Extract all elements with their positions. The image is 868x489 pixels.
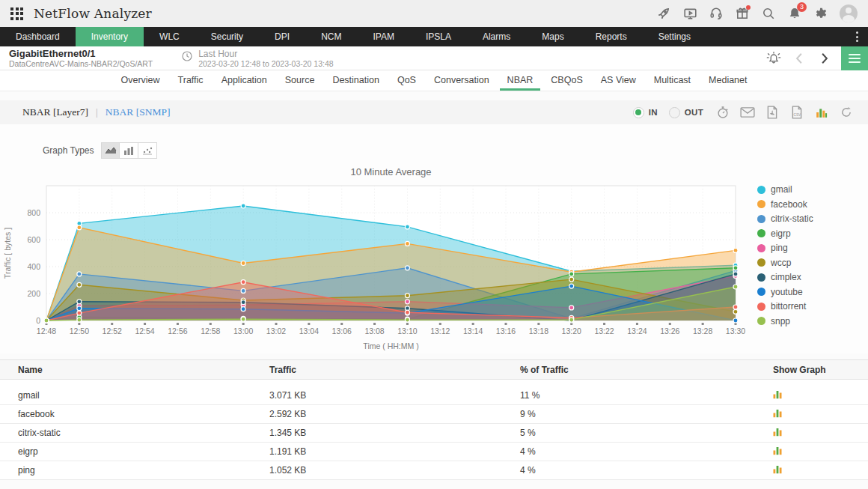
rocket-icon[interactable] [656, 6, 671, 21]
nav-tab-ipsla[interactable]: IPSLA [410, 27, 467, 46]
point-bittorrent-13:30[interactable] [733, 305, 738, 309]
prev-interface-chevron-icon[interactable] [790, 49, 808, 67]
point-snpp-13:20[interactable] [569, 318, 574, 322]
point-bittorrent-13:00[interactable] [241, 280, 245, 285]
point-wccp-12:50[interactable] [77, 282, 82, 287]
alarm-bell-icon[interactable] [765, 49, 783, 67]
subtab-traffic[interactable]: Traffic [171, 70, 211, 91]
point-cimplex-13:00[interactable] [241, 300, 245, 305]
point-facebook-13:00[interactable] [241, 261, 245, 266]
settings-gear-icon[interactable] [813, 6, 828, 21]
point-snpp-12:50[interactable] [77, 318, 82, 322]
subtab-medianet[interactable]: Medianet [701, 70, 754, 91]
point-facebook-13:30[interactable] [733, 248, 738, 252]
point-snpp-13:10[interactable] [405, 318, 409, 322]
point-youtube-13:30[interactable] [733, 318, 738, 323]
nav-tab-inventory[interactable]: Inventory [76, 27, 144, 46]
subtab-source[interactable]: Source [278, 70, 323, 91]
export-pdf-icon[interactable] [764, 105, 780, 120]
in-radio[interactable] [633, 107, 644, 118]
subtab-qos[interactable]: QoS [390, 70, 424, 91]
point-snpp-13:00[interactable] [241, 317, 245, 321]
legend-item-facebook[interactable]: facebook [757, 199, 813, 210]
show-graph-icon[interactable] [773, 465, 783, 476]
point-eigrp-13:20[interactable] [569, 272, 574, 276]
interface-menu-button[interactable] [841, 46, 868, 70]
point-citrix-static-13:00[interactable] [241, 288, 245, 293]
point-ping-13:10[interactable] [405, 300, 409, 304]
nbar-snmp-tab[interactable]: NBAR [SNMP] [106, 106, 171, 118]
show-report-chart-icon[interactable] [813, 105, 830, 120]
export-csv-icon[interactable]: CSV [789, 105, 805, 120]
graph-type-area-button[interactable] [101, 142, 120, 159]
traffic-area-chart[interactable]: 020040060080012:4812:5012:5212:5412:5612… [0, 180, 748, 350]
apps-grid-icon[interactable] [10, 7, 23, 20]
legend-item-youtube[interactable]: youtube [757, 287, 813, 297]
point-citrix-static-12:50[interactable] [77, 272, 82, 276]
point-facebook-13:10[interactable] [405, 241, 409, 246]
subtab-nbar[interactable]: NBAR [500, 70, 541, 91]
show-graph-icon[interactable] [773, 428, 783, 439]
support-headset-icon[interactable] [709, 6, 724, 21]
graph-type-bar-button[interactable] [120, 142, 138, 159]
subtab-application[interactable]: Application [214, 70, 275, 91]
nav-tab-dpi[interactable]: DPI [259, 27, 305, 46]
legend-item-cimplex[interactable]: cimplex [757, 272, 813, 282]
next-interface-chevron-icon[interactable] [816, 49, 834, 67]
point-youtube-12:50[interactable] [77, 306, 82, 311]
legend-item-bittorrent[interactable]: bittorrent [757, 301, 813, 312]
point-wccp-13:30[interactable] [733, 309, 738, 314]
point-bittorrent-12:50[interactable] [77, 311, 82, 315]
legend-item-citrix-static[interactable]: citrix-static [757, 213, 813, 224]
show-graph-icon[interactable] [773, 409, 783, 420]
point-bittorrent-13:10[interactable] [405, 310, 409, 315]
nav-tab-reports[interactable]: Reports [580, 27, 643, 46]
point-wccp-13:10[interactable] [405, 294, 409, 298]
nav-tab-security[interactable]: Security [195, 27, 259, 46]
legend-item-ping[interactable]: ping [757, 243, 813, 253]
nav-tab-alarms[interactable]: Alarms [467, 27, 526, 46]
graph-type-scatter-button[interactable] [138, 142, 157, 159]
legend-item-gmail[interactable]: gmail [757, 184, 813, 195]
show-graph-icon[interactable] [773, 446, 783, 458]
subtab-cbqos[interactable]: CBQoS [543, 70, 590, 91]
point-gmail-13:10[interactable] [405, 225, 409, 229]
nav-tab-settings[interactable]: Settings [643, 27, 706, 46]
show-graph-icon[interactable] [773, 390, 783, 401]
subtab-as-view[interactable]: AS View [593, 70, 644, 91]
demo-screen-icon[interactable] [682, 6, 697, 21]
legend-item-wccp[interactable]: wccp [757, 258, 813, 268]
subtab-conversation[interactable]: Conversation [427, 70, 497, 91]
time-period-selector[interactable]: Last Hour 2023-03-20 12:48 to 2023-03-20… [181, 49, 333, 68]
nav-tab-wlc[interactable]: WLC [144, 27, 195, 46]
point-youtube-13:00[interactable] [241, 307, 245, 312]
point-facebook-12:50[interactable] [77, 225, 82, 230]
notifications-bell-icon[interactable]: 3 [787, 6, 802, 21]
point-ping-13:20[interactable] [569, 306, 574, 310]
refresh-icon[interactable] [838, 105, 855, 120]
nav-kebab-menu-icon[interactable] [846, 27, 868, 46]
point-snpp-13:30[interactable] [733, 285, 738, 289]
point-snpp-12:48[interactable] [44, 318, 49, 323]
point-citrix-static-13:10[interactable] [405, 266, 409, 270]
point-eigrp-13:30[interactable] [733, 266, 738, 270]
legend-item-eigrp[interactable]: eigrp [757, 228, 813, 239]
point-wccp-13:20[interactable] [569, 277, 574, 282]
out-radio[interactable] [669, 107, 680, 118]
search-icon[interactable] [761, 6, 776, 21]
schedule-timer-icon[interactable] [715, 105, 731, 120]
nbar-layer7-tab[interactable]: NBAR [Layer7] [22, 106, 88, 118]
point-gmail-13:00[interactable] [241, 204, 245, 208]
nav-tab-ipam[interactable]: IPAM [357, 27, 409, 46]
point-youtube-13:20[interactable] [569, 284, 574, 288]
whats-new-gift-icon[interactable] [735, 6, 750, 21]
nav-tab-dashboard[interactable]: Dashboard [0, 27, 76, 46]
legend-item-snpp[interactable]: snpp [757, 316, 813, 326]
point-cimplex-13:30[interactable] [733, 272, 738, 276]
email-report-icon[interactable] [739, 105, 756, 120]
nav-tab-ncm[interactable]: NCM [305, 27, 357, 46]
subtab-overview[interactable]: Overview [113, 70, 167, 91]
user-avatar[interactable] [840, 4, 858, 22]
point-cimplex-12:50[interactable] [77, 300, 82, 304]
nav-tab-maps[interactable]: Maps [526, 27, 579, 46]
